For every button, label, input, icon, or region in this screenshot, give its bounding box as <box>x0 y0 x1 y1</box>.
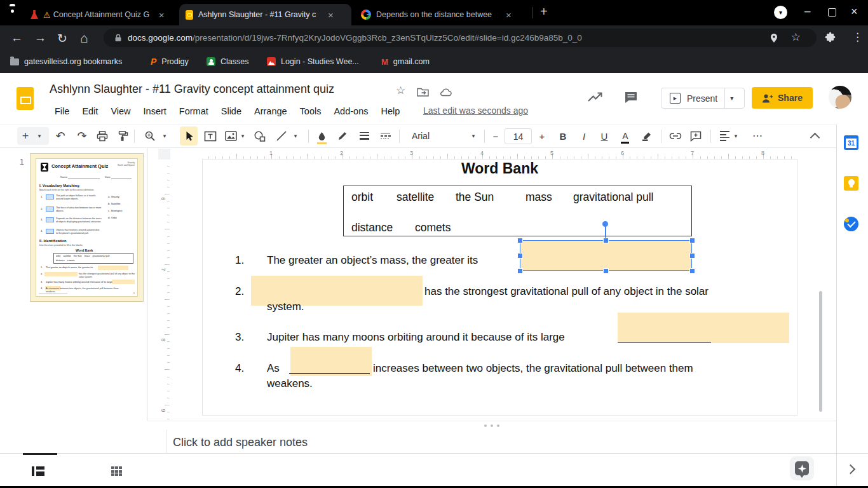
speaker-notes-panel[interactable]: Click to add speaker notes <box>147 430 836 453</box>
calendar-icon[interactable]: 31 <box>844 135 858 150</box>
insert-link-icon[interactable] <box>667 126 684 146</box>
border-color-icon[interactable] <box>334 126 351 146</box>
font-caret-icon[interactable]: ▾ <box>467 126 480 146</box>
word-bank-box[interactable]: orbit satellite the Sun mass gravitation… <box>343 186 692 236</box>
show-side-panel-icon[interactable] <box>846 464 856 475</box>
address-bar[interactable]: docs.google.com/presentation/d/19jws-7Rn… <box>104 29 817 47</box>
menu-view[interactable]: View <box>104 104 137 118</box>
move-to-folder-icon[interactable] <box>417 87 429 97</box>
add-comment-icon[interactable] <box>687 126 705 146</box>
share-button[interactable]: Share <box>752 87 813 109</box>
fill-color-icon[interactable] <box>313 126 330 146</box>
new-slide-button[interactable]: + <box>17 126 34 146</box>
back-icon[interactable]: ← <box>11 31 23 45</box>
more-options-icon[interactable]: ⋯ <box>749 126 766 146</box>
tab-close-icon[interactable]: × <box>328 10 334 20</box>
present-dropdown-caret-icon[interactable]: ▾ <box>730 95 733 102</box>
paint-format-icon[interactable] <box>114 126 132 146</box>
italic-button[interactable]: I <box>575 126 593 146</box>
last-edit-status[interactable]: Last edit was seconds ago <box>423 105 528 116</box>
comments-icon[interactable] <box>624 92 638 104</box>
menu-slide[interactable]: Slide <box>215 104 248 118</box>
line-tool-icon[interactable] <box>273 126 290 146</box>
tasks-icon[interactable] <box>844 217 858 231</box>
home-icon[interactable]: ⌂ <box>80 30 88 46</box>
tab-concept-attainment-quiz[interactable]: ⚠ Concept Attainment Quiz G × <box>24 4 177 25</box>
explore-button[interactable] <box>790 456 814 480</box>
keep-icon[interactable] <box>844 176 858 191</box>
select-tool-icon[interactable] <box>180 126 198 146</box>
document-title[interactable]: Ashlynn Slaughter - #11 Gravity concept … <box>50 83 334 96</box>
word-bank-title[interactable]: Word Bank <box>202 160 797 177</box>
bookmark-gmail[interactable]: M gmail.com <box>381 50 430 73</box>
bookmark-studies-weekly[interactable]: Login - Studies Wee... <box>267 50 359 73</box>
bookmark-folder[interactable]: gatesvilleisd.org bookmarks <box>10 50 122 73</box>
new-tab-button[interactable]: + <box>540 4 548 19</box>
collapse-toolbar-icon[interactable] <box>806 126 824 146</box>
item-3-text[interactable]: Jupiter has many moons orbiting around i… <box>267 331 565 344</box>
menu-edit[interactable]: Edit <box>76 104 104 118</box>
menu-file[interactable]: File <box>48 104 76 118</box>
speaker-notes-placeholder[interactable]: Click to add speaker notes <box>173 436 308 449</box>
line-caret-icon[interactable]: ▾ <box>289 126 302 146</box>
menu-arrange[interactable]: Arrange <box>248 104 294 118</box>
underline-button[interactable]: U <box>595 126 613 146</box>
font-size-input[interactable]: 14 <box>505 128 532 144</box>
selection-handle[interactable] <box>604 269 608 273</box>
forward-icon[interactable]: → <box>34 31 46 45</box>
tab-depends-on-distance[interactable]: Depends on the distance betwee × <box>355 4 526 25</box>
rotation-handle[interactable] <box>602 221 608 227</box>
text-color-button[interactable]: A <box>616 126 634 146</box>
menu-insert[interactable]: Insert <box>137 104 173 118</box>
notes-splitter[interactable] <box>147 421 836 430</box>
avatar[interactable] <box>829 86 851 109</box>
border-weight-icon[interactable] <box>355 126 373 146</box>
font-family-select[interactable]: Arial <box>412 131 430 141</box>
redo-icon[interactable]: ↷ <box>73 126 91 146</box>
window-menu-icon[interactable]: ▾ <box>774 6 787 19</box>
extensions-puzzle-icon[interactable] <box>825 32 836 43</box>
reload-icon[interactable]: ↻ <box>57 31 67 46</box>
selected-blank-textbox[interactable] <box>520 240 692 271</box>
zoom-caret-icon[interactable]: ▾ <box>158 126 171 146</box>
location-pin-icon[interactable] <box>770 33 778 43</box>
selection-handle[interactable] <box>690 238 695 243</box>
border-dash-icon[interactable] <box>377 126 395 146</box>
browser-menu-kebab-icon[interactable]: ⋮ <box>852 30 863 44</box>
menu-addons[interactable]: Add-ons <box>327 104 374 118</box>
font-size-increase[interactable]: + <box>533 126 551 146</box>
highlight-color-icon[interactable] <box>638 126 656 146</box>
item-4-pre[interactable]: As <box>267 362 280 375</box>
bookmark-star-icon[interactable]: ☆ <box>791 30 801 44</box>
undo-icon[interactable]: ↶ <box>51 126 69 146</box>
font-size-decrease[interactable]: − <box>487 126 505 146</box>
filmstrip-view-icon[interactable] <box>32 466 44 476</box>
selection-handle[interactable] <box>690 254 695 258</box>
slide-thumbnail[interactable]: Concept Attainment Quiz GravityEarth and… <box>30 153 144 302</box>
star-document-icon[interactable]: ☆ <box>396 84 405 97</box>
bookmark-classes[interactable]: Classes <box>207 50 248 73</box>
menu-help[interactable]: Help <box>374 104 406 118</box>
selection-handle[interactable] <box>690 269 695 273</box>
selection-handle[interactable] <box>604 238 608 243</box>
item-4-text[interactable]: increases between two objects, the gravi… <box>373 362 693 375</box>
image-caret-icon[interactable]: ▾ <box>236 126 249 146</box>
shape-tool-icon[interactable] <box>250 126 268 146</box>
tab-close-icon[interactable]: × <box>159 10 165 20</box>
menu-format[interactable]: Format <box>173 104 215 118</box>
activity-trend-icon[interactable] <box>588 92 604 102</box>
selection-handle[interactable] <box>518 254 522 258</box>
new-slide-caret-icon[interactable]: ▾ <box>33 126 46 146</box>
item-2-text[interactable]: has the strongest gravitational pull of … <box>424 285 709 298</box>
cloud-saved-icon[interactable] <box>439 88 452 97</box>
selection-handle[interactable] <box>518 238 522 243</box>
tab-ashlynn-slaughter-active[interactable]: Ashlynn Slaughter - #11 Gravity c × <box>179 4 351 25</box>
restore-button[interactable] <box>828 8 836 17</box>
align-caret-icon[interactable]: ▾ <box>729 126 742 146</box>
slide-canvas[interactable]: 1 2 3 4 5 6 7 8 6 7 8 9 Word Bank orbit … <box>147 148 836 421</box>
item-4-text-2[interactable]: weakens. <box>267 377 313 390</box>
grid-view-icon[interactable] <box>111 466 122 476</box>
menu-tools[interactable]: Tools <box>294 104 328 118</box>
zoom-icon[interactable] <box>141 126 159 146</box>
slides-logo[interactable] <box>17 87 34 110</box>
